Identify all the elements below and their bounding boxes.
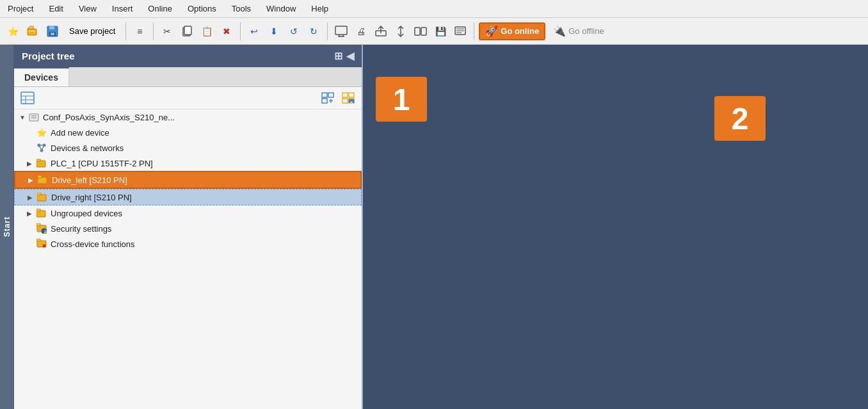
sidebar: Project tree ⊞ ◀ Devices: [14, 45, 363, 409]
project-tree-title: Project tree: [22, 51, 75, 61]
go-online-icon: 🚀: [485, 25, 498, 37]
svg-rect-33: [342, 99, 348, 103]
menu-edit[interactable]: Edit: [46, 3, 65, 15]
menu-window[interactable]: Window: [264, 3, 298, 15]
menu-options[interactable]: Options: [185, 3, 219, 15]
print-button[interactable]: 🖨: [352, 22, 370, 40]
tree-arrow-plc: ▶: [27, 160, 36, 167]
main-layout: Start Project tree ⊞ ◀ Devices: [0, 45, 868, 409]
tree-label-security: Security settings: [51, 224, 359, 234]
tree-item-root[interactable]: ▼ Conf_PosAxis_SynAxis_S210_ne...: [14, 109, 362, 125]
project-tree-header: Project tree ⊞ ◀: [14, 45, 362, 67]
tree-icon-security: 🔒: [36, 223, 47, 234]
filter-btn[interactable]: [340, 90, 357, 106]
tree-item-drive-right[interactable]: ▶ Drive_right [S210 PN]: [14, 189, 362, 205]
sep-5: [474, 22, 474, 40]
tree-label-add: Add new device: [51, 128, 359, 138]
tree-item-ungrouped[interactable]: ▶ Ungrouped devices: [14, 205, 362, 221]
sep-4: [327, 22, 328, 40]
devices-tab[interactable]: Devices: [14, 67, 69, 86]
tree-arrow-ungrouped: ▶: [27, 210, 36, 217]
menu-insert[interactable]: Insert: [109, 3, 136, 15]
expand-all-btn[interactable]: [319, 90, 336, 106]
tree-icon-cross: [36, 238, 47, 250]
monitor-button[interactable]: [332, 22, 350, 40]
upload-button[interactable]: [372, 22, 390, 40]
menu-tools[interactable]: Tools: [229, 3, 253, 15]
svg-rect-8: [184, 26, 191, 35]
menu-project[interactable]: Project: [5, 3, 36, 15]
tree-item-drive-left[interactable]: ▶ Drive_left [S210 PN]: [14, 171, 362, 189]
svg-rect-32: [349, 93, 354, 97]
list-button[interactable]: ≡: [131, 22, 149, 40]
toolbar: ⭐ Save project ≡ ✂ 📋 ✖ ↩ ⬇ ↺ ↻ 🖨 💾 🚀: [0, 18, 868, 45]
go-online-label: Go online: [501, 26, 539, 36]
badge-2: 2: [714, 96, 766, 141]
go-offline-button[interactable]: 🔌 Go offline: [547, 22, 609, 40]
tree-label-ungrouped: Ungrouped devices: [51, 209, 359, 218]
tree-label-cross: Cross-device functions: [51, 239, 359, 249]
tree-item-networks[interactable]: Devices & networks: [14, 140, 362, 156]
go-online-button[interactable]: 🚀 Go online: [479, 22, 545, 40]
svg-marker-35: [349, 99, 354, 103]
menu-help[interactable]: Help: [309, 3, 331, 15]
menu-view[interactable]: View: [76, 3, 99, 15]
svg-rect-22: [21, 92, 34, 104]
tree-icon-plc: [36, 157, 47, 169]
download-button[interactable]: ⬇: [265, 22, 283, 40]
paste-button[interactable]: 📋: [198, 22, 216, 40]
menu-online[interactable]: Online: [145, 3, 175, 15]
tree-label-drive-right: Drive_right [S210 PN]: [51, 193, 358, 202]
redo2-button[interactable]: ↻: [305, 22, 323, 40]
display-button[interactable]: [451, 22, 469, 40]
tree-item-add-device[interactable]: ⭐ Add new device: [14, 125, 362, 140]
sep-3: [240, 22, 241, 40]
tree-item-security[interactable]: 🔒 Security settings: [14, 221, 362, 236]
compare-button[interactable]: [412, 22, 430, 40]
delete-button[interactable]: ✖: [218, 22, 236, 40]
svg-rect-27: [328, 93, 334, 97]
tree-item-plc[interactable]: ▶ PLC_1 [CPU 1515TF-2 PN]: [14, 156, 362, 171]
tree-label-plc: PLC_1 [CPU 1515TF-2 PN]: [51, 159, 359, 168]
sidebar-header-icons: ⊞ ◀: [334, 50, 354, 62]
redo-button[interactable]: ↺: [285, 22, 303, 40]
cut-button[interactable]: ✂: [158, 22, 176, 40]
save-button[interactable]: [44, 22, 61, 40]
updown-button[interactable]: [392, 22, 410, 40]
svg-rect-31: [342, 93, 348, 97]
sep-1: [125, 22, 126, 40]
start-tab[interactable]: Start: [0, 45, 14, 409]
sidebar-collapse-icon[interactable]: ⊞: [334, 50, 342, 62]
sidebar-pin-icon[interactable]: ◀: [346, 50, 354, 62]
svg-marker-1: [28, 26, 33, 29]
tree-view-btn[interactable]: [19, 90, 36, 106]
save-project-label: Save project: [69, 26, 115, 36]
save-project-button[interactable]: Save project: [63, 22, 121, 40]
tree-label-networks: Devices & networks: [51, 143, 359, 153]
go-offline-label: Go offline: [568, 26, 604, 36]
tree-area: ▼ Conf_PosAxis_SynAxis_S210_ne... ⭐ Add …: [14, 109, 362, 409]
save2-button[interactable]: 💾: [431, 22, 449, 40]
undo-button[interactable]: ↩: [245, 22, 263, 40]
tree-item-cross-device[interactable]: Cross-device functions: [14, 236, 362, 252]
tree-icon-networks: [36, 142, 47, 154]
content-area: 1 2: [363, 45, 868, 409]
new-button[interactable]: ⭐: [4, 22, 22, 40]
svg-rect-17: [421, 28, 426, 35]
badge-1: 1: [376, 77, 427, 122]
start-tab-label: Start: [3, 216, 12, 237]
menu-bar: Project Edit View Insert Online Options …: [0, 0, 868, 18]
svg-rect-0: [28, 29, 36, 35]
tree-label-drive-left: Drive_left [S210 PN]: [52, 175, 358, 185]
copy-button[interactable]: [178, 22, 196, 40]
svg-rect-9: [335, 26, 347, 35]
svg-rect-54: [36, 223, 40, 226]
tree-arrow-root: ▼: [19, 114, 28, 121]
tree-icon-root: [28, 111, 40, 123]
svg-rect-46: [36, 159, 40, 161]
svg-rect-2: [29, 31, 35, 32]
svg-rect-4: [49, 26, 54, 29]
open-button[interactable]: [24, 22, 42, 40]
svg-rect-26: [322, 93, 327, 97]
tree-arrow-drive-left: ▶: [28, 177, 37, 184]
